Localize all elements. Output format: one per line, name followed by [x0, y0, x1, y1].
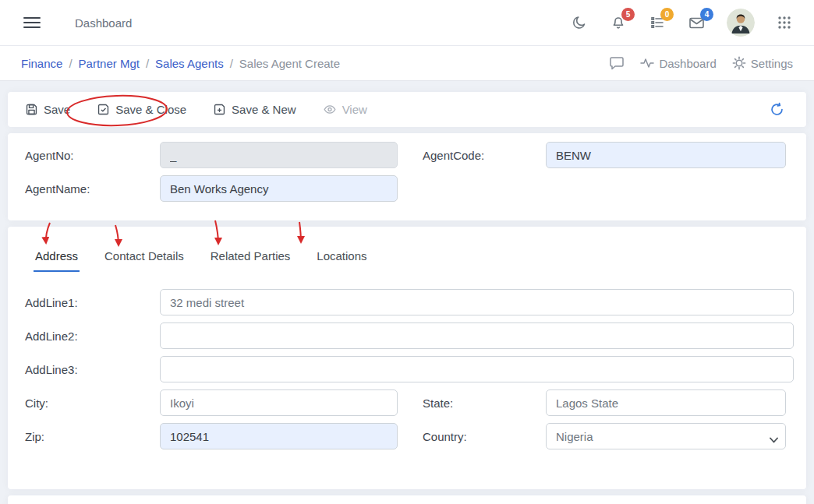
tab-contact-details[interactable]: Contact Details — [103, 249, 186, 272]
breadcrumb-link-finance[interactable]: Finance — [21, 57, 62, 70]
next-section-card — [8, 495, 806, 504]
breadcrumb-current: Sales Agent Create — [239, 57, 340, 70]
messages-button[interactable]: 4 — [687, 13, 706, 32]
tasks-badge: 0 — [660, 8, 674, 21]
agent-header-form: AgentNo: AgentCode: AgentName: — [8, 133, 806, 220]
country-label: Country: — [398, 430, 546, 443]
tab-address[interactable]: Address — [34, 249, 80, 272]
agent-detail-card: Address Contact Details Related Parties … — [8, 227, 806, 489]
apps-grid-button[interactable] — [775, 13, 794, 32]
eye-icon — [323, 103, 337, 116]
gear-icon — [732, 56, 746, 70]
breadcrumb: Finance / Partner Mgt / Sales Agents / S… — [21, 57, 340, 70]
agent-name-label: AgentName: — [25, 182, 160, 196]
breadcrumb-separator: / — [230, 57, 233, 70]
save-button[interactable]: Save — [17, 98, 78, 121]
state-label: State: — [398, 397, 546, 410]
sales-agent-create-page: Dashboard 5 0 4 — [0, 0, 814, 504]
save-and-close-button-label: Save & Close — [115, 103, 186, 116]
city-field[interactable] — [160, 389, 398, 416]
tasks-button[interactable]: 0 — [648, 13, 667, 32]
dashboard-link[interactable]: Dashboard — [640, 57, 716, 70]
breadcrumb-link-partner-mgt[interactable]: Partner Mgt — [79, 57, 140, 70]
addline1-field[interactable] — [160, 289, 794, 315]
save-close-icon — [97, 103, 110, 116]
save-and-new-button[interactable]: Save & New — [205, 98, 304, 121]
view-button[interactable]: View — [315, 98, 375, 121]
save-and-new-button-label: Save & New — [232, 103, 296, 116]
zip-label: Zip: — [25, 430, 160, 443]
addline2-field[interactable] — [160, 322, 794, 349]
chat-button[interactable] — [609, 56, 625, 70]
messages-badge: 4 — [700, 8, 713, 21]
notifications-badge: 5 — [621, 8, 635, 21]
dashboard-link-label: Dashboard — [659, 57, 716, 70]
page-title: Dashboard — [75, 16, 132, 30]
state-field[interactable] — [546, 389, 786, 416]
addline3-label: AddLine3: — [25, 363, 160, 376]
save-icon — [25, 103, 38, 116]
tab-locations[interactable]: Locations — [315, 249, 368, 272]
agent-code-field[interactable] — [546, 142, 786, 168]
agent-no-label: AgentNo: — [25, 149, 160, 162]
activity-icon — [640, 57, 654, 69]
agent-code-label: AgentCode: — [398, 149, 546, 162]
dark-mode-toggle[interactable] — [570, 13, 589, 32]
country-select[interactable]: Nigeria — [546, 423, 786, 449]
avatar-photo — [727, 9, 755, 37]
chat-bubble-icon — [609, 56, 625, 70]
user-avatar[interactable] — [727, 9, 755, 37]
country-select-wrap: Nigeria — [546, 423, 786, 449]
city-label: City: — [25, 397, 160, 410]
addline2-label: AddLine2: — [25, 330, 160, 343]
settings-link[interactable]: Settings — [732, 56, 793, 70]
refresh-icon — [770, 102, 784, 117]
addline3-field[interactable] — [160, 356, 794, 382]
hamburger-icon — [23, 16, 41, 30]
refresh-button[interactable] — [766, 99, 787, 120]
hamburger-menu-button[interactable] — [20, 12, 44, 33]
agent-name-field[interactable] — [160, 175, 398, 202]
zip-field[interactable] — [160, 423, 398, 449]
save-new-icon — [213, 103, 226, 116]
agent-no-field[interactable] — [160, 142, 398, 168]
tab-related-parties[interactable]: Related Parties — [209, 249, 292, 272]
notifications-button[interactable]: 5 — [609, 13, 628, 32]
save-and-close-button[interactable]: Save & Close — [89, 98, 194, 121]
breadcrumb-bar: Finance / Partner Mgt / Sales Agents / S… — [0, 46, 814, 81]
apps-grid-icon — [777, 15, 792, 30]
action-toolbar: Save Save & Close Save & New View — [8, 92, 806, 127]
detail-tabs: Address Contact Details Related Parties … — [25, 241, 786, 272]
save-button-label: Save — [44, 103, 70, 116]
breadcrumb-link-sales-agents[interactable]: Sales Agents — [155, 57, 224, 70]
top-bar: Dashboard 5 0 4 — [0, 0, 814, 46]
topbar-actions: 5 0 4 — [570, 9, 794, 37]
address-tab-panel: AddLine1: AddLine2: AddLine3: City: Stat… — [25, 289, 786, 449]
breadcrumb-separator: / — [146, 57, 149, 70]
settings-link-label: Settings — [751, 57, 793, 70]
breadcrumb-actions: Dashboard Settings — [609, 56, 793, 70]
view-button-label: View — [342, 103, 367, 116]
addline1-label: AddLine1: — [25, 296, 160, 309]
moon-icon — [572, 15, 587, 30]
breadcrumb-separator: / — [69, 57, 72, 70]
